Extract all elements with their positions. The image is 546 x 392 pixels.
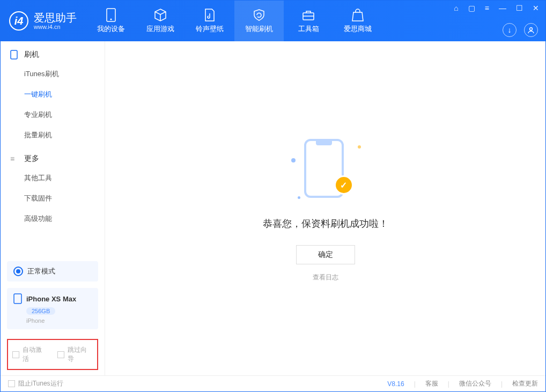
- section-label: 刷机: [24, 50, 39, 60]
- main-content: ✓ 恭喜您，保资料刷机成功啦！ 确定 查看日志: [105, 41, 545, 375]
- wechat-link[interactable]: 微信公众号: [459, 379, 491, 388]
- maximize-button[interactable]: ☐: [514, 3, 525, 13]
- device-name: iPhone XS Max: [26, 295, 76, 303]
- status-bar: 阻止iTunes运行 V8.16 | 客服 | 微信公众号 | 检查更新: [1, 375, 545, 391]
- sidebar-section-more: ≡ 更多: [1, 145, 105, 168]
- user-controls: ↓: [503, 23, 538, 37]
- profile-button[interactable]: [524, 23, 538, 37]
- sidebar: 刷机 iTunes刷机 一键刷机 专业刷机 批量刷机 ≡ 更多 其他工具 下载固…: [1, 41, 105, 375]
- options-row: 自动激活 跳过向导: [7, 339, 98, 370]
- svg-rect-5: [14, 294, 21, 304]
- checkbox-label: 跳过向导: [68, 345, 93, 364]
- sidebar-item-pro-flash[interactable]: 专业刷机: [1, 105, 105, 125]
- mode-indicator-icon: [13, 267, 23, 276]
- brand-subtitle: www.i4.cn: [34, 24, 77, 30]
- body-area: 刷机 iTunes刷机 一键刷机 专业刷机 批量刷机 ≡ 更多 其他工具 下载固…: [1, 41, 545, 375]
- sidebar-section-flash: 刷机: [1, 41, 105, 64]
- nav-ringtone-wallpaper[interactable]: 铃声壁纸: [185, 1, 234, 41]
- check-update-link[interactable]: 检查更新: [512, 379, 538, 388]
- refresh-shield-icon: [252, 8, 266, 22]
- checkbox-box-icon: [12, 351, 19, 358]
- title-bar: i4 爱思助手 www.i4.cn 我的设备 应用游戏 铃声壁纸 智能刷机: [1, 1, 545, 41]
- device-name-row: iPhone XS Max: [13, 293, 92, 304]
- nav-store[interactable]: 爱思商城: [333, 1, 382, 41]
- footer-right: V8.16 | 客服 | 微信公众号 | 检查更新: [387, 379, 538, 388]
- device-card[interactable]: iPhone XS Max 256GB iPhone: [7, 288, 98, 329]
- nav-label: 爱思商城: [344, 24, 372, 34]
- checkbox-block-itunes[interactable]: 阻止iTunes运行: [8, 379, 63, 388]
- section-label: 更多: [24, 154, 39, 164]
- checkbox-label: 自动激活: [23, 345, 48, 364]
- customer-service-link[interactable]: 客服: [425, 379, 438, 388]
- mode-label: 正常模式: [27, 267, 55, 276]
- sparkle-icon: [291, 158, 296, 162]
- phone-icon: [104, 8, 118, 22]
- checkbox-auto-activate[interactable]: 自动激活: [12, 345, 48, 364]
- version-label: V8.16: [387, 380, 404, 388]
- list-icon: ≡: [10, 154, 19, 163]
- view-log-link[interactable]: 查看日志: [313, 273, 338, 282]
- nav-label: 铃声壁纸: [196, 24, 224, 34]
- separator: |: [414, 380, 416, 388]
- nav-my-device[interactable]: 我的设备: [86, 1, 136, 41]
- checkmark-badge-icon: ✓: [334, 175, 353, 195]
- cube-icon: [153, 8, 167, 22]
- sparkle-icon: [358, 145, 361, 149]
- checkbox-box-icon: [8, 380, 15, 387]
- sidebar-item-other-tools[interactable]: 其他工具: [1, 168, 105, 188]
- note-icon[interactable]: ▢: [466, 3, 477, 13]
- sparkle-icon: [298, 196, 300, 199]
- success-message: 恭喜您，保资料刷机成功啦！: [263, 217, 388, 230]
- app-window: i4 爱思助手 www.i4.cn 我的设备 应用游戏 铃声壁纸 智能刷机: [0, 0, 546, 392]
- svg-point-1: [110, 19, 112, 20]
- separator: |: [448, 380, 449, 388]
- app-logo-icon: i4: [9, 11, 28, 31]
- mode-card[interactable]: 正常模式: [7, 261, 98, 282]
- music-file-icon: [203, 8, 217, 22]
- checkbox-skip-guide[interactable]: 跳过向导: [57, 345, 93, 364]
- storage-badge: 256GB: [26, 307, 55, 315]
- nav-toolbox[interactable]: 工具箱: [284, 1, 333, 41]
- svg-rect-4: [11, 50, 17, 59]
- nav-label: 应用游戏: [146, 24, 174, 34]
- device-type: iPhone: [26, 317, 92, 324]
- sidebar-item-oneclick-flash[interactable]: 一键刷机: [1, 84, 105, 105]
- checkbox-label: 阻止iTunes运行: [18, 379, 63, 388]
- success-illustration: ✓: [288, 135, 363, 204]
- minimize-button[interactable]: —: [497, 3, 508, 13]
- nav-apps-games[interactable]: 应用游戏: [136, 1, 185, 41]
- brand-name: 爱思助手: [34, 12, 77, 24]
- checkbox-box-icon: [57, 351, 64, 358]
- device-icon: [10, 50, 19, 60]
- phone-icon: [13, 293, 22, 304]
- nav-label: 工具箱: [298, 24, 319, 34]
- window-controls: ⌂ ▢ ≡ — ☐ ✕: [452, 3, 541, 13]
- sidebar-item-itunes-flash[interactable]: iTunes刷机: [1, 64, 105, 84]
- sidebar-item-advanced[interactable]: 高级功能: [1, 209, 105, 229]
- nav-label: 智能刷机: [245, 24, 273, 34]
- shopping-bag-icon: [351, 8, 365, 22]
- sidebar-item-batch-flash[interactable]: 批量刷机: [1, 125, 105, 145]
- menu-icon[interactable]: ≡: [483, 3, 491, 13]
- nav-smart-flash[interactable]: 智能刷机: [234, 1, 284, 41]
- toolbox-icon: [301, 8, 315, 22]
- shirt-icon[interactable]: ⌂: [452, 3, 460, 13]
- download-button[interactable]: ↓: [503, 23, 517, 37]
- separator: |: [501, 380, 503, 388]
- nav-label: 我的设备: [97, 24, 125, 34]
- sidebar-item-download-firmware[interactable]: 下载固件: [1, 188, 105, 209]
- close-button[interactable]: ✕: [530, 3, 541, 13]
- ok-button[interactable]: 确定: [296, 245, 355, 264]
- logo-area: i4 爱思助手 www.i4.cn: [1, 1, 86, 41]
- top-nav: 我的设备 应用游戏 铃声壁纸 智能刷机 工具箱 爱思商城: [86, 1, 382, 41]
- svg-point-3: [530, 28, 533, 31]
